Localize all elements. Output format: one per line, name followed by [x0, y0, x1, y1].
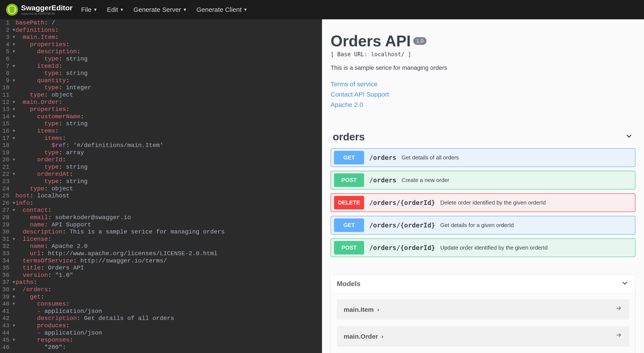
editor-line[interactable]: 20▾ orderId:: [0, 156, 322, 164]
operation-delete-2[interactable]: DELETE/orders/{orderId}Delete order iden…: [330, 193, 636, 212]
model-row-main-Order[interactable]: main.Order ›: [337, 326, 629, 347]
fold-marker[interactable]: ▾: [12, 63, 16, 70]
editor-line[interactable]: 33 url: http://www.apache.org/licenses/L…: [0, 250, 322, 257]
menu-file[interactable]: File▼: [81, 6, 98, 13]
editor-line[interactable]: 45▾ responses:: [0, 337, 322, 344]
editor-line[interactable]: 31▾ license:: [0, 236, 322, 243]
fold-marker[interactable]: ▾: [12, 301, 16, 308]
menu-generate-server[interactable]: Generate Server▼: [134, 6, 187, 13]
editor-line[interactable]: 36 version: "1.0": [0, 272, 322, 279]
editor-line[interactable]: 35 title: Orders API: [0, 264, 322, 272]
line-number: 26: [0, 200, 12, 207]
editor-line[interactable]: 42 description: Get details of all order…: [0, 315, 322, 322]
editor-line[interactable]: 32 name: Apache 2.0: [0, 243, 322, 250]
editor-line[interactable]: 18 $ref: '#/definitions/main.Item': [0, 142, 322, 149]
api-docs-pane[interactable]: Orders API 1.0 [ Base URL: localhost/ ] …: [322, 19, 644, 353]
code-text: properties:: [16, 106, 70, 113]
fold-marker[interactable]: ▾: [12, 156, 16, 164]
editor-line[interactable]: 11 type: object: [0, 91, 322, 99]
editor-line[interactable]: 44 - application/json: [0, 330, 322, 337]
fold-marker[interactable]: ▾: [12, 286, 16, 293]
editor-line[interactable]: 17▾ items:: [0, 135, 322, 142]
editor-line[interactable]: 25host: localhost: [0, 192, 322, 200]
code-text: info:: [16, 200, 34, 206]
operation-get-3[interactable]: GET/orders/{orderId}Get details for a gi…: [330, 216, 636, 235]
fold-marker[interactable]: ▾: [12, 99, 16, 106]
code-text: name: API Support: [16, 221, 91, 228]
editor-line[interactable]: 4▾ properties:: [0, 41, 322, 48]
menu-edit[interactable]: Edit▼: [107, 6, 124, 13]
editor-line[interactable]: 38▾ /orders:: [0, 286, 322, 293]
fold-marker[interactable]: ▾: [12, 34, 16, 41]
fold-marker[interactable]: ▾: [12, 41, 16, 48]
fold-marker[interactable]: ▾: [12, 322, 16, 330]
fold-marker[interactable]: ▾: [12, 127, 16, 135]
terms-of-service-link[interactable]: Terms of service: [330, 79, 636, 89]
http-method-badge: POST: [334, 173, 364, 187]
editor-line[interactable]: 6 type: string: [0, 55, 322, 63]
editor-line[interactable]: 14▾ customerName:: [0, 113, 322, 120]
fold-marker[interactable]: ▾: [12, 171, 16, 178]
editor-line[interactable]: 9▾ quantity:: [0, 77, 322, 84]
logo[interactable]: { } SwaggerEditor supported by SMARTBEAR: [6, 4, 72, 16]
fold-marker[interactable]: ▾: [12, 77, 16, 84]
editor-line[interactable]: 5▾ description:: [0, 48, 322, 55]
fold-marker[interactable]: ▾: [12, 293, 16, 301]
editor-line[interactable]: 37▾paths:: [0, 279, 322, 286]
editor-line[interactable]: 2▾definitions:: [0, 27, 322, 34]
fold-marker[interactable]: ▾: [12, 113, 16, 120]
editor-line[interactable]: 30 description: This is a sample serice …: [0, 228, 322, 236]
fold-marker[interactable]: ▾: [12, 207, 16, 214]
editor-line[interactable]: 40▾ consumes:: [0, 301, 322, 308]
fold-marker[interactable]: ▾: [12, 200, 16, 207]
editor-line[interactable]: 21 type: string: [0, 164, 322, 171]
editor-line[interactable]: 10 type: integer: [0, 84, 322, 91]
fold-marker[interactable]: ▾: [12, 106, 16, 113]
editor-line[interactable]: 19 type: array: [0, 149, 322, 156]
line-number: 39: [0, 293, 12, 301]
operations-list: GET/ordersGet details of all ordersPOST/…: [330, 148, 636, 257]
editor-line[interactable]: 8 type: string: [0, 70, 322, 77]
editor-line[interactable]: 34 termsOfService: http://swagger.io/ter…: [0, 257, 322, 265]
editor-line[interactable]: 46 "200":: [0, 344, 322, 351]
line-number: 14: [0, 113, 12, 120]
editor-line[interactable]: 7▾ itemId:: [0, 63, 322, 70]
editor-line[interactable]: 41 - application/json: [0, 308, 322, 315]
model-row-main-Item[interactable]: main.Item ›: [337, 299, 629, 320]
expand-icon[interactable]: [616, 305, 622, 314]
contact-link[interactable]: Contact API Support: [330, 89, 636, 100]
models-header[interactable]: Models: [331, 275, 635, 293]
editor-line[interactable]: 15 type: string: [0, 120, 322, 127]
fold-marker[interactable]: ▾: [12, 279, 16, 286]
editor-line[interactable]: 39▾ get:: [0, 293, 322, 301]
editor-line[interactable]: 26▾info:: [0, 200, 322, 207]
fold-marker[interactable]: ▾: [12, 236, 16, 243]
editor-line[interactable]: 24 type: object: [0, 185, 322, 192]
editor-line[interactable]: 27▾ contact:: [0, 207, 322, 214]
editor-line[interactable]: 13▾ properties:: [0, 106, 322, 113]
code-text: description:: [16, 48, 80, 55]
operation-post-4[interactable]: POST/orders/{orderId}Update order identi…: [330, 238, 636, 257]
fold-marker[interactable]: ▾: [12, 135, 16, 142]
license-link[interactable]: Apache 2.0: [330, 100, 636, 110]
fold-marker[interactable]: ▾: [12, 27, 16, 34]
editor-line[interactable]: 1basePath: /: [0, 19, 322, 27]
editor-line[interactable]: 29 name: API Support: [0, 221, 322, 229]
editor-line[interactable]: 28 email: soberkoder@swagger.io: [0, 214, 322, 221]
editor-line[interactable]: 12▾ main.Order:: [0, 99, 322, 106]
fold-marker[interactable]: ▾: [12, 48, 16, 55]
expand-icon[interactable]: [616, 332, 622, 341]
tag-orders-header[interactable]: orders: [330, 129, 636, 144]
editor-line[interactable]: 23 type: string: [0, 178, 322, 185]
fold-marker[interactable]: ▾: [12, 337, 16, 344]
menu-generate-client[interactable]: Generate Client▼: [196, 6, 248, 13]
operation-get-0[interactable]: GET/ordersGet details of all orders: [330, 148, 636, 167]
topbar: { } SwaggerEditor supported by SMARTBEAR…: [0, 0, 644, 19]
editor-line[interactable]: 22▾ orderedAt:: [0, 171, 322, 178]
caret-down-icon: ▼: [243, 7, 248, 12]
editor-line[interactable]: 43▾ produces:: [0, 322, 322, 330]
operation-post-1[interactable]: POST/ordersCreate a new order: [330, 171, 636, 189]
yaml-editor[interactable]: 1basePath: /2▾definitions:3▾ main.Item:4…: [0, 19, 322, 353]
editor-line[interactable]: 16▾ items:: [0, 127, 322, 135]
editor-line[interactable]: 3▾ main.Item:: [0, 34, 322, 41]
